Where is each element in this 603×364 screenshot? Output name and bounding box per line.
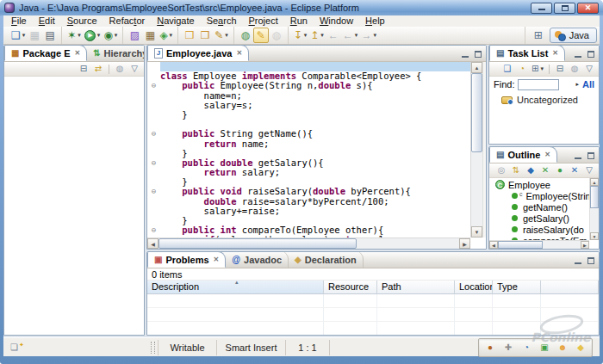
code-line[interactable]: return name; (147, 139, 470, 149)
new-task-icon[interactable]: ❑ (500, 63, 514, 76)
next-annotation-button[interactable]: ↧▾ (292, 28, 309, 43)
editor-tab-employee-java[interactable]: J Employee.java ✕ (147, 45, 249, 61)
hide-non-public-icon[interactable]: ● (553, 164, 567, 177)
menu-source[interactable]: Source (62, 15, 104, 27)
menu-help[interactable]: Help (360, 15, 392, 27)
menu-project[interactable]: Project (244, 15, 285, 27)
run-button[interactable]: ▶▾ (83, 28, 103, 43)
close-tab-icon[interactable]: ✕ (544, 151, 550, 158)
outline-item-employee-strin[interactable]: cEmployee(Strin (489, 190, 589, 201)
new-class-button-dropdown[interactable]: ▾ (170, 32, 173, 39)
minimize-view-icon[interactable] (573, 256, 582, 264)
code-line[interactable]: return salary; (147, 168, 470, 177)
debug-button[interactable]: ✶▾ (65, 28, 83, 43)
column-header-description[interactable]: ▴Description (147, 281, 324, 294)
next-annotation-button-dropdown[interactable]: ▾ (304, 32, 308, 39)
new-class-button[interactable]: ◈▾ (158, 28, 174, 43)
focus-icon[interactable]: ◎ (494, 164, 508, 177)
tray-icon-6[interactable]: ◆ (573, 340, 588, 355)
code-line[interactable]: salary=s; (147, 101, 470, 110)
maximize-view-icon[interactable] (586, 50, 595, 58)
collapse-all-icon[interactable]: ⊟ (553, 63, 567, 76)
table-row[interactable] (147, 294, 599, 308)
tray-icon-5[interactable]: ☻ (555, 340, 570, 355)
scroll-up-icon[interactable]: ▲ (590, 178, 599, 186)
categorized-icon[interactable]: ⊞▾ (530, 63, 545, 76)
search-button-dropdown[interactable]: ▾ (225, 32, 228, 39)
mark-occurrences-button[interactable]: ✎ (253, 28, 269, 43)
close-tab-icon[interactable]: ✕ (552, 49, 558, 57)
menu-file[interactable]: File (6, 15, 34, 27)
column-header-location[interactable]: Location (455, 281, 493, 294)
status-smart-insert[interactable]: Smart Insert (216, 340, 285, 355)
column-header-path[interactable]: Path (377, 281, 455, 294)
fold-collapse-icon[interactable]: ⊖ (147, 225, 160, 235)
scroll-right-icon[interactable]: ▶ (581, 241, 589, 249)
editor-horizontal-scrollbar[interactable]: ◀ ▶ (147, 238, 470, 249)
vertical-scroll-thumb[interactable] (471, 73, 482, 152)
package-explorer-tab-package-e[interactable]: ▦Package E✕ (4, 45, 87, 61)
outline-item-getsalary-[interactable]: getSalary() (489, 213, 589, 224)
tab-task-list[interactable]: ▤ Task List ✕ (489, 45, 565, 61)
search-button[interactable]: ✎▾ (213, 28, 230, 43)
filters-icon[interactable]: ◍ (568, 63, 581, 76)
java-perspective-button[interactable]: Java (550, 28, 597, 43)
external-tools-button-dropdown[interactable]: ▾ (115, 32, 118, 39)
scroll-down-icon[interactable]: ▼ (590, 232, 599, 240)
minimize-view-icon[interactable] (573, 50, 582, 58)
outline-item-getname-[interactable]: getName() (489, 201, 589, 213)
find-input[interactable] (518, 79, 559, 90)
hide-fields-icon[interactable]: ◆ (524, 164, 538, 177)
new-wizard-button-dropdown[interactable]: ▾ (22, 32, 26, 39)
fast-view-icon[interactable]: ❏ (10, 342, 18, 352)
show-annotations-button[interactable]: ◍ (238, 28, 253, 43)
print-button[interactable]: ▤ (42, 28, 58, 43)
maximize-view-icon[interactable] (586, 256, 595, 264)
table-row[interactable] (147, 322, 599, 336)
maximize-view-icon[interactable] (473, 50, 482, 58)
tab-outline[interactable]: ▤ Outline ✕ (489, 146, 557, 163)
code-line[interactable]: salary+=raise; (147, 207, 470, 216)
activate-task-icon[interactable]: ◔ (515, 63, 529, 76)
menu-run[interactable]: Run (285, 15, 314, 27)
back-button-dropdown[interactable]: ▾ (355, 32, 358, 39)
task-category-uncategorized[interactable]: Uncategorized (489, 92, 599, 105)
open-task-button[interactable]: ❒ (182, 28, 197, 43)
view-menu-icon[interactable]: ▽ (582, 164, 596, 177)
problems-tab-problems[interactable]: ▣Problems✕ (147, 251, 226, 268)
outline-horizontal-scrollbar[interactable]: ◀ ▶ (489, 240, 589, 249)
scroll-down-icon[interactable]: ▼ (471, 226, 482, 238)
column-header-type[interactable]: Type (493, 281, 541, 294)
menu-refactor[interactable]: Refactor (104, 15, 152, 27)
tray-icon-1[interactable]: ● (482, 340, 498, 355)
vertical-scroll-thumb[interactable] (590, 186, 599, 208)
view-menu-icon[interactable]: ▽ (127, 63, 141, 76)
hide-static-icon[interactable]: ✕ (538, 164, 552, 177)
close-tab-icon[interactable]: ✕ (214, 256, 220, 263)
menu-window[interactable]: Window (314, 15, 360, 27)
scroll-left-icon[interactable]: ◀ (489, 241, 498, 249)
scroll-up-icon[interactable]: ▲ (471, 62, 482, 73)
last-edit-location-button[interactable]: ← (326, 28, 341, 43)
close-button[interactable]: ✕ (577, 3, 599, 14)
tray-icon-3[interactable]: ◔ (519, 340, 534, 355)
expand-arrow-icon[interactable]: ▸ (575, 81, 579, 88)
previous-annotation-button[interactable]: ↥▾ (308, 28, 326, 43)
close-tab-icon[interactable]: ✕ (75, 49, 81, 57)
scroll-right-icon[interactable]: ▶ (459, 238, 470, 249)
fold-collapse-icon[interactable]: ⊖ (147, 81, 160, 90)
outline-vertical-scrollbar[interactable]: ▲ ▼ (589, 178, 599, 240)
problems-table-body[interactable] (147, 294, 599, 336)
minimize-button[interactable] (531, 3, 552, 14)
menu-edit[interactable]: Edit (34, 15, 62, 27)
forward-button-dropdown[interactable]: ▾ (373, 32, 376, 39)
minimize-view-icon[interactable] (573, 151, 582, 159)
menu-search[interactable]: Search (202, 15, 244, 27)
minimize-view-icon[interactable] (460, 50, 469, 58)
tray-icon-4[interactable]: ▣ (537, 340, 552, 355)
maximize-button[interactable] (554, 3, 575, 14)
view-menu-icon[interactable]: ▽ (582, 63, 596, 76)
new-wizard-button[interactable]: ❑▾ (9, 28, 27, 43)
back-button[interactable]: ←▾ (341, 28, 360, 43)
overview-ruler[interactable] (482, 62, 486, 238)
